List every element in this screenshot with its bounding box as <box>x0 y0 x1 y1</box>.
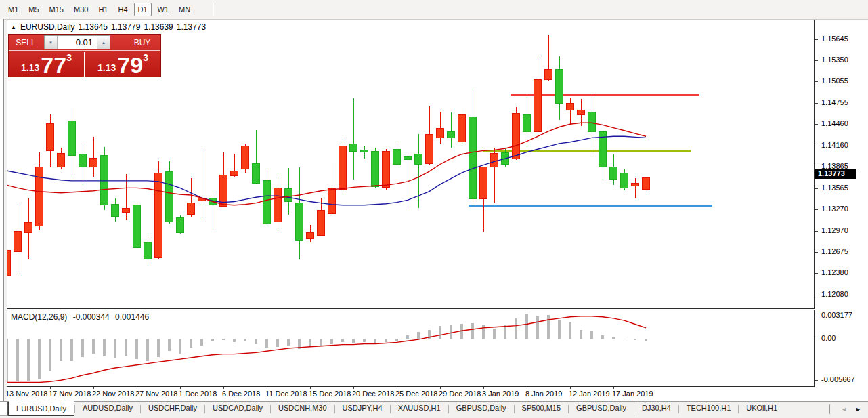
candle-body <box>448 132 455 138</box>
price-tick <box>815 209 818 210</box>
date-label: 8 Jan 2019 <box>525 390 562 398</box>
macd-tick-label: 0.003177 <box>821 311 852 319</box>
timeframe-button-w1[interactable]: W1 <box>154 3 173 16</box>
chart-tab-usdchf-daily[interactable]: USDCHF,Daily <box>141 402 204 416</box>
candle-body <box>328 188 336 213</box>
macd-value: -0.000344 <box>73 312 110 322</box>
macd-histogram-bar <box>330 339 333 344</box>
sell-button[interactable]: SELL <box>9 35 43 50</box>
chart-tab-tech100-h1[interactable]: TECH100,H1 <box>679 402 738 416</box>
macd-tick-label: 0.00 <box>821 334 836 342</box>
candle-body <box>242 146 249 169</box>
candle-body <box>372 152 379 187</box>
candle-body <box>58 154 65 167</box>
chart-tab-usdjpy-h4[interactable]: USDJPY,H4 <box>335 402 390 416</box>
chart-tab-usdcad-daily[interactable]: USDCAD,Daily <box>205 402 270 416</box>
macd-histogram-bar <box>27 339 30 381</box>
volume-increase-icon[interactable]: ▲ <box>97 36 110 49</box>
timeframe-button-h1[interactable]: H1 <box>94 3 112 16</box>
candle-body <box>404 157 412 159</box>
candle-body <box>361 150 368 152</box>
candle-body <box>318 210 325 235</box>
timeframe-button-m1[interactable]: M1 <box>4 3 22 16</box>
candle-body <box>567 104 574 110</box>
toolbar-divider <box>213 3 214 16</box>
macd-histogram-bar <box>287 339 290 346</box>
volume-value[interactable]: 0.01 <box>58 36 97 49</box>
chart-tab-eurusd-daily[interactable]: EURUSD,Daily <box>8 401 74 416</box>
timeframe-button-mn[interactable]: MN <box>175 3 194 16</box>
buy-price-sup: 3 <box>143 52 148 63</box>
candle-body <box>231 171 238 175</box>
candle-body <box>123 208 130 212</box>
date-tick <box>397 387 397 389</box>
macd-histogram-bar <box>341 339 344 342</box>
timeframe-button-d1[interactable]: D1 <box>134 3 152 16</box>
date-label: 17 Jan 2019 <box>612 390 653 398</box>
price-tick-label: 1.15055 <box>821 77 848 85</box>
candle-body <box>263 181 271 224</box>
chart-tab-ukoil-h1[interactable]: UKOil,H1 <box>739 402 785 416</box>
chart-tab-audusd-daily[interactable]: AUDUSD,Daily <box>75 402 140 416</box>
macd-histogram-bar <box>135 339 138 359</box>
buy-price[interactable]: 1.13 79 3 <box>85 51 160 78</box>
one-click-trading-panel: SELL ▼ 0.01 ▲ BUY 1.13 77 3 1.13 79 3 <box>8 34 161 77</box>
timeframe-button-h4[interactable]: H4 <box>114 3 131 16</box>
macd-histogram-bar <box>580 330 582 339</box>
macd-histogram-bar <box>374 339 376 344</box>
macd-histogram-bar <box>200 339 203 346</box>
macd-histogram-bar <box>601 335 604 339</box>
collapse-arrow-icon[interactable]: ▲ <box>11 24 16 30</box>
chart-tab-dj30-h4[interactable]: DJ30,H4 <box>634 402 678 416</box>
date-label: 13 Nov 2018 <box>5 390 47 398</box>
price-tick <box>815 231 818 232</box>
price-tick-label: 1.12675 <box>821 247 848 255</box>
date-tick <box>353 387 354 389</box>
macd-histogram-bar <box>168 339 171 351</box>
price-tick <box>815 167 818 167</box>
date-tick <box>440 387 441 389</box>
candle-body <box>133 205 141 247</box>
candle-body <box>112 205 119 217</box>
candle-body <box>68 121 76 156</box>
macd-histogram-bar <box>536 316 539 339</box>
buy-button[interactable]: BUY <box>124 35 160 50</box>
macd-tick <box>815 339 818 339</box>
macd-histogram-bar <box>179 339 181 354</box>
candle-body <box>166 171 173 222</box>
candle-body <box>383 152 390 188</box>
candle-body <box>296 203 303 241</box>
chart-tab-gbpusd-daily[interactable]: GBPUSD,Daily <box>449 402 514 416</box>
sell-price-sup: 3 <box>66 52 72 63</box>
macd-histogram-bar <box>103 339 106 356</box>
macd-histogram-bar <box>385 339 387 342</box>
timeframe-button-m5[interactable]: M5 <box>24 3 43 16</box>
candle-body <box>79 154 87 167</box>
price-tick-label: 1.15645 <box>821 35 848 43</box>
timeframe-button-m30[interactable]: M30 <box>70 3 92 16</box>
chart-tab-xauusd-h1[interactable]: XAUUSD,H1 <box>391 402 448 416</box>
price-tick <box>815 252 818 253</box>
macd-histogram-bar <box>417 332 420 339</box>
volume-decrease-icon[interactable]: ▼ <box>45 36 58 49</box>
sell-price[interactable]: 1.13 77 3 <box>9 51 84 78</box>
candle-body <box>415 154 422 165</box>
ohlc-close: 1.13773 <box>177 22 206 32</box>
candle-body <box>47 123 54 150</box>
candle-body <box>437 129 444 138</box>
macd-histogram-bar <box>547 315 550 339</box>
candle-body <box>7 250 11 275</box>
candle-body <box>534 80 542 132</box>
price-tick-label: 1.14755 <box>821 98 848 106</box>
timeframe-button-m15[interactable]: M15 <box>45 3 68 16</box>
chart-tab-sp500-m15[interactable]: SP500,M15 <box>515 402 568 416</box>
candle-body <box>556 70 563 104</box>
tab-scroll-right-icon[interactable]: ► <box>855 406 861 413</box>
price-tick <box>815 188 818 189</box>
chart-tab-usdcnh-m30[interactable]: USDCNH,M30 <box>271 402 334 416</box>
macd-tick <box>815 380 818 381</box>
tab-scroll-left-icon[interactable]: ◄ <box>841 406 847 413</box>
candle-body <box>643 178 650 190</box>
candle-body <box>588 112 596 132</box>
chart-tab-gbpusd-daily[interactable]: GBPUSD,Daily <box>569 402 634 416</box>
